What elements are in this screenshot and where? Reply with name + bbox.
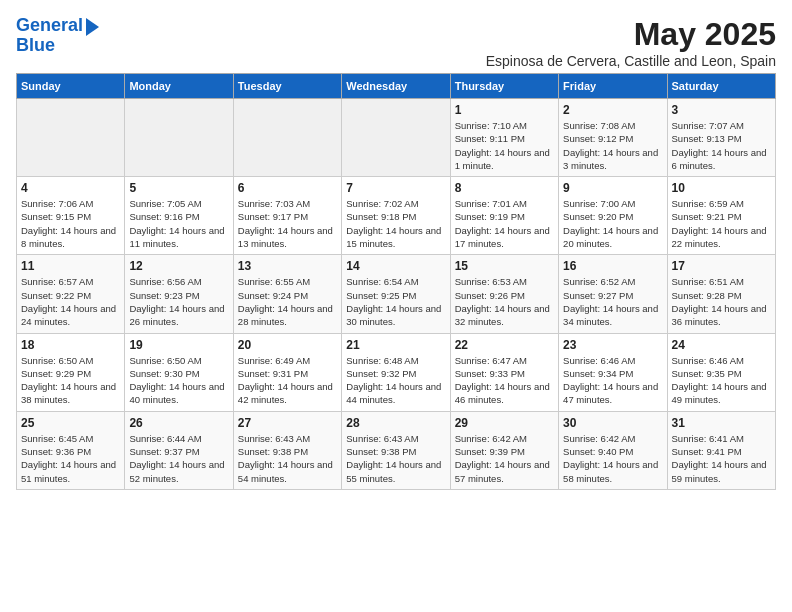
day-info: Sunrise: 7:02 AM Sunset: 9:18 PM Dayligh… [346, 197, 445, 250]
day-info: Sunrise: 6:50 AM Sunset: 9:29 PM Dayligh… [21, 354, 120, 407]
week-row-1: 1Sunrise: 7:10 AM Sunset: 9:11 PM Daylig… [17, 99, 776, 177]
day-info: Sunrise: 6:57 AM Sunset: 9:22 PM Dayligh… [21, 275, 120, 328]
day-header-tuesday: Tuesday [233, 74, 341, 99]
calendar-cell: 23Sunrise: 6:46 AM Sunset: 9:34 PM Dayli… [559, 333, 667, 411]
day-info: Sunrise: 7:10 AM Sunset: 9:11 PM Dayligh… [455, 119, 554, 172]
day-header-thursday: Thursday [450, 74, 558, 99]
day-header-monday: Monday [125, 74, 233, 99]
day-info: Sunrise: 6:48 AM Sunset: 9:32 PM Dayligh… [346, 354, 445, 407]
calendar-cell: 1Sunrise: 7:10 AM Sunset: 9:11 PM Daylig… [450, 99, 558, 177]
calendar-cell [17, 99, 125, 177]
calendar-cell [125, 99, 233, 177]
day-header-friday: Friday [559, 74, 667, 99]
main-title: May 2025 [486, 16, 776, 53]
calendar-cell: 12Sunrise: 6:56 AM Sunset: 9:23 PM Dayli… [125, 255, 233, 333]
day-info: Sunrise: 6:51 AM Sunset: 9:28 PM Dayligh… [672, 275, 771, 328]
logo: General Blue [16, 16, 99, 56]
day-info: Sunrise: 6:59 AM Sunset: 9:21 PM Dayligh… [672, 197, 771, 250]
day-number: 26 [129, 416, 228, 430]
calendar-cell: 18Sunrise: 6:50 AM Sunset: 9:29 PM Dayli… [17, 333, 125, 411]
calendar-cell: 24Sunrise: 6:46 AM Sunset: 9:35 PM Dayli… [667, 333, 775, 411]
calendar-cell: 25Sunrise: 6:45 AM Sunset: 9:36 PM Dayli… [17, 411, 125, 489]
day-info: Sunrise: 6:53 AM Sunset: 9:26 PM Dayligh… [455, 275, 554, 328]
day-header-saturday: Saturday [667, 74, 775, 99]
day-number: 21 [346, 338, 445, 352]
day-info: Sunrise: 7:03 AM Sunset: 9:17 PM Dayligh… [238, 197, 337, 250]
week-row-2: 4Sunrise: 7:06 AM Sunset: 9:15 PM Daylig… [17, 177, 776, 255]
day-number: 17 [672, 259, 771, 273]
calendar-cell: 5Sunrise: 7:05 AM Sunset: 9:16 PM Daylig… [125, 177, 233, 255]
day-info: Sunrise: 7:07 AM Sunset: 9:13 PM Dayligh… [672, 119, 771, 172]
day-info: Sunrise: 6:41 AM Sunset: 9:41 PM Dayligh… [672, 432, 771, 485]
day-info: Sunrise: 6:42 AM Sunset: 9:40 PM Dayligh… [563, 432, 662, 485]
day-number: 18 [21, 338, 120, 352]
day-number: 13 [238, 259, 337, 273]
calendar-cell: 13Sunrise: 6:55 AM Sunset: 9:24 PM Dayli… [233, 255, 341, 333]
day-number: 11 [21, 259, 120, 273]
logo-arrow-icon [86, 18, 99, 36]
logo-text-line1: General [16, 16, 83, 36]
day-info: Sunrise: 6:46 AM Sunset: 9:35 PM Dayligh… [672, 354, 771, 407]
day-info: Sunrise: 7:06 AM Sunset: 9:15 PM Dayligh… [21, 197, 120, 250]
calendar-cell: 27Sunrise: 6:43 AM Sunset: 9:38 PM Dayli… [233, 411, 341, 489]
day-number: 27 [238, 416, 337, 430]
logo-text-line2: Blue [16, 36, 55, 56]
day-number: 9 [563, 181, 662, 195]
day-info: Sunrise: 6:45 AM Sunset: 9:36 PM Dayligh… [21, 432, 120, 485]
day-number: 10 [672, 181, 771, 195]
calendar-cell: 11Sunrise: 6:57 AM Sunset: 9:22 PM Dayli… [17, 255, 125, 333]
calendar-cell: 8Sunrise: 7:01 AM Sunset: 9:19 PM Daylig… [450, 177, 558, 255]
day-info: Sunrise: 6:47 AM Sunset: 9:33 PM Dayligh… [455, 354, 554, 407]
day-number: 16 [563, 259, 662, 273]
calendar-cell: 3Sunrise: 7:07 AM Sunset: 9:13 PM Daylig… [667, 99, 775, 177]
day-number: 3 [672, 103, 771, 117]
day-info: Sunrise: 6:43 AM Sunset: 9:38 PM Dayligh… [238, 432, 337, 485]
calendar-cell: 6Sunrise: 7:03 AM Sunset: 9:17 PM Daylig… [233, 177, 341, 255]
calendar-cell: 22Sunrise: 6:47 AM Sunset: 9:33 PM Dayli… [450, 333, 558, 411]
day-info: Sunrise: 7:01 AM Sunset: 9:19 PM Dayligh… [455, 197, 554, 250]
day-number: 28 [346, 416, 445, 430]
day-info: Sunrise: 6:42 AM Sunset: 9:39 PM Dayligh… [455, 432, 554, 485]
title-block: May 2025 Espinosa de Cervera, Castille a… [486, 16, 776, 69]
day-number: 22 [455, 338, 554, 352]
day-number: 31 [672, 416, 771, 430]
day-number: 8 [455, 181, 554, 195]
day-number: 7 [346, 181, 445, 195]
calendar-cell: 28Sunrise: 6:43 AM Sunset: 9:38 PM Dayli… [342, 411, 450, 489]
day-info: Sunrise: 7:00 AM Sunset: 9:20 PM Dayligh… [563, 197, 662, 250]
day-info: Sunrise: 6:50 AM Sunset: 9:30 PM Dayligh… [129, 354, 228, 407]
day-number: 20 [238, 338, 337, 352]
day-info: Sunrise: 6:46 AM Sunset: 9:34 PM Dayligh… [563, 354, 662, 407]
calendar-cell: 16Sunrise: 6:52 AM Sunset: 9:27 PM Dayli… [559, 255, 667, 333]
day-number: 2 [563, 103, 662, 117]
calendar-cell: 26Sunrise: 6:44 AM Sunset: 9:37 PM Dayli… [125, 411, 233, 489]
day-info: Sunrise: 7:08 AM Sunset: 9:12 PM Dayligh… [563, 119, 662, 172]
calendar-cell: 19Sunrise: 6:50 AM Sunset: 9:30 PM Dayli… [125, 333, 233, 411]
day-info: Sunrise: 6:52 AM Sunset: 9:27 PM Dayligh… [563, 275, 662, 328]
calendar-cell: 31Sunrise: 6:41 AM Sunset: 9:41 PM Dayli… [667, 411, 775, 489]
day-number: 12 [129, 259, 228, 273]
day-number: 14 [346, 259, 445, 273]
calendar-cell: 20Sunrise: 6:49 AM Sunset: 9:31 PM Dayli… [233, 333, 341, 411]
day-number: 4 [21, 181, 120, 195]
day-info: Sunrise: 6:43 AM Sunset: 9:38 PM Dayligh… [346, 432, 445, 485]
day-number: 5 [129, 181, 228, 195]
week-row-3: 11Sunrise: 6:57 AM Sunset: 9:22 PM Dayli… [17, 255, 776, 333]
day-header-wednesday: Wednesday [342, 74, 450, 99]
week-row-5: 25Sunrise: 6:45 AM Sunset: 9:36 PM Dayli… [17, 411, 776, 489]
calendar-cell: 7Sunrise: 7:02 AM Sunset: 9:18 PM Daylig… [342, 177, 450, 255]
day-number: 1 [455, 103, 554, 117]
calendar-table: SundayMondayTuesdayWednesdayThursdayFrid… [16, 73, 776, 490]
calendar-cell: 9Sunrise: 7:00 AM Sunset: 9:20 PM Daylig… [559, 177, 667, 255]
subtitle: Espinosa de Cervera, Castille and Leon, … [486, 53, 776, 69]
day-info: Sunrise: 6:44 AM Sunset: 9:37 PM Dayligh… [129, 432, 228, 485]
day-number: 15 [455, 259, 554, 273]
day-number: 23 [563, 338, 662, 352]
day-number: 25 [21, 416, 120, 430]
day-header-sunday: Sunday [17, 74, 125, 99]
calendar-cell: 4Sunrise: 7:06 AM Sunset: 9:15 PM Daylig… [17, 177, 125, 255]
day-number: 30 [563, 416, 662, 430]
day-info: Sunrise: 6:56 AM Sunset: 9:23 PM Dayligh… [129, 275, 228, 328]
day-number: 19 [129, 338, 228, 352]
calendar-cell: 10Sunrise: 6:59 AM Sunset: 9:21 PM Dayli… [667, 177, 775, 255]
